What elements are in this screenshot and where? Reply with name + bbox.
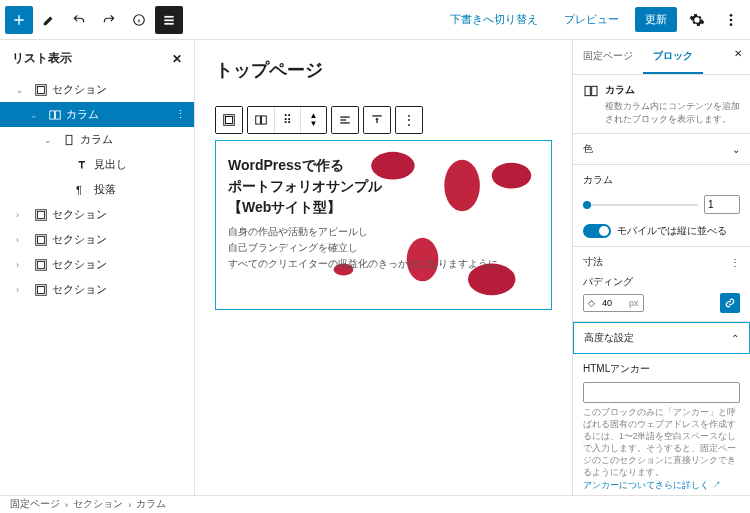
add-block-button[interactable] [5, 6, 33, 34]
vertical-align-button[interactable] [364, 107, 390, 133]
svg-point-5 [730, 18, 733, 21]
chevron-icon[interactable]: ⌄ [30, 110, 44, 120]
preview-button[interactable]: プレビュー [554, 7, 629, 32]
tree-item-label: セクション [52, 82, 107, 97]
info-button[interactable] [125, 6, 153, 34]
svg-rect-27 [372, 115, 381, 116]
move-buttons[interactable]: ▲▼ [300, 107, 326, 133]
chevron-icon[interactable]: ⌄ [16, 85, 30, 95]
top-toolbar: 下書きへ切り替え プレビュー 更新 [0, 0, 750, 40]
svg-rect-29 [592, 86, 597, 95]
breadcrumb-item[interactable]: カラム [136, 498, 166, 511]
advanced-section[interactable]: 高度な設定⌃ [573, 322, 750, 354]
list-view-title: リスト表示 [12, 50, 72, 67]
item-more-icon[interactable]: ⋮ [175, 108, 186, 121]
svg-point-4 [730, 14, 733, 17]
svg-rect-13 [38, 211, 45, 218]
svg-rect-8 [38, 86, 45, 93]
inspector-panel: 固定ページ ブロック ✕ カラム 複数カラム内にコンテンツを追加されたブロックを… [572, 40, 750, 495]
toolbar-right: 下書きへ切り替え プレビュー 更新 [440, 6, 745, 34]
breadcrumb-item[interactable]: セクション [73, 498, 123, 511]
redo-button[interactable] [95, 6, 123, 34]
tree-item-section[interactable]: ›セクション [0, 227, 194, 252]
paragraph-block: 自身の作品や活動をアピールし 自己ブランディングを確立し すべてのクリエイターの… [228, 224, 539, 272]
anchor-learn-more-link[interactable]: アンカーについてさらに詳しく ↗ [583, 479, 740, 492]
tree-item-label: セクション [52, 207, 107, 222]
settings-button[interactable] [683, 6, 711, 34]
list-view-button[interactable] [155, 6, 183, 34]
tree-item-section[interactable]: ›セクション [0, 202, 194, 227]
color-section[interactable]: 色⌄ [573, 134, 750, 165]
heading-line1: WordPressで作る [228, 155, 539, 176]
section-icon [34, 208, 48, 222]
breadcrumb-item[interactable]: 固定ページ [10, 498, 60, 511]
more-icon[interactable]: ⋮ [730, 257, 740, 268]
tree-item-section[interactable]: ›セクション [0, 277, 194, 302]
align-button[interactable] [332, 107, 358, 133]
tree-item-column[interactable]: ⌄カラム [0, 127, 194, 152]
columns-input[interactable] [704, 195, 740, 214]
svg-rect-26 [340, 122, 349, 123]
padding-sides-icon[interactable]: ◇ [584, 295, 599, 311]
tab-page[interactable]: 固定ページ [573, 40, 643, 74]
svg-rect-24 [340, 117, 349, 118]
close-icon[interactable]: ✕ [172, 52, 182, 66]
list-view-panel: リスト表示 ✕ ⌄セクション⌄カラム⋮⌄カラム見出し¶投落›セクション›セクショ… [0, 40, 195, 495]
svg-rect-2 [164, 19, 173, 21]
column-icon [62, 133, 76, 147]
svg-rect-15 [38, 236, 45, 243]
block-more-button[interactable]: ⋮ [396, 107, 422, 133]
heading-line2: ポートフォリオサンプル [228, 176, 539, 197]
padding-input[interactable] [599, 295, 625, 311]
stack-mobile-label: モバイルでは縦に並べる [617, 224, 727, 238]
stack-mobile-toggle[interactable] [583, 224, 611, 238]
edit-mode-button[interactable] [35, 6, 63, 34]
tree-item-section[interactable]: ›セクション [0, 252, 194, 277]
anchor-label: HTMLアンカー [583, 362, 740, 376]
tree-item-label: セクション [52, 232, 107, 247]
close-inspector-icon[interactable]: ✕ [726, 40, 750, 74]
tree-item-columns[interactable]: ⌄カラム⋮ [0, 102, 194, 127]
anchor-help: このブロックのみに「アンカー」と呼ばれる固有のウェブアドレスを作成するには、1〜… [583, 407, 740, 478]
update-button[interactable]: 更新 [635, 7, 677, 32]
section-icon [34, 83, 48, 97]
editor-canvas[interactable]: トップページ ⠿ ▲▼ ⋮ WordPressで作る ポートフォリオサンプル 【… [195, 40, 572, 495]
anchor-input[interactable] [583, 382, 740, 403]
tree-item-label: セクション [52, 282, 107, 297]
chevron-icon[interactable]: › [16, 285, 30, 295]
chevron-icon[interactable]: › [16, 235, 30, 245]
tree-item-paragraph[interactable]: ¶投落 [0, 177, 194, 202]
tree-item-heading[interactable]: 見出し [0, 152, 194, 177]
chevron-up-icon: ⌃ [731, 333, 739, 344]
selected-columns-block[interactable]: WordPressで作る ポートフォリオサンプル 【Webサイト型】 自身の作品… [215, 140, 552, 310]
paragraph-icon: ¶ [76, 184, 90, 196]
block-type-icon[interactable] [216, 107, 242, 133]
page-title: トップページ [215, 58, 552, 82]
tab-block[interactable]: ブロック [643, 40, 703, 74]
link-padding-icon[interactable] [720, 293, 740, 313]
svg-rect-21 [226, 117, 233, 124]
tree-item-label: 見出し [94, 157, 127, 172]
svg-rect-9 [50, 110, 55, 118]
svg-rect-23 [262, 116, 267, 124]
inspector-tabs: 固定ページ ブロック ✕ [573, 40, 750, 75]
undo-button[interactable] [65, 6, 93, 34]
tree-item-section[interactable]: ⌄セクション [0, 77, 194, 102]
padding-control[interactable]: ◇ px [583, 294, 644, 312]
columns-icon [583, 83, 599, 99]
columns-slider[interactable] [583, 204, 698, 206]
block-name: カラム [605, 83, 740, 97]
svg-rect-19 [38, 286, 45, 293]
chevron-icon[interactable]: › [16, 210, 30, 220]
chevron-icon[interactable]: › [16, 260, 30, 270]
heading-line3: 【Webサイト型】 [228, 197, 539, 218]
block-description: 複数カラム内にコンテンツを追加されたブロックを表示します。 [605, 100, 740, 125]
drag-handle-icon[interactable]: ⠿ [274, 107, 300, 133]
columns-icon[interactable] [248, 107, 274, 133]
more-options-button[interactable] [717, 6, 745, 34]
svg-rect-22 [256, 116, 261, 124]
block-info-section: カラム 複数カラム内にコンテンツを追加されたブロックを表示します。 [573, 75, 750, 134]
svg-rect-3 [164, 22, 173, 24]
chevron-icon[interactable]: ⌄ [44, 135, 58, 145]
switch-draft-button[interactable]: 下書きへ切り替え [440, 7, 548, 32]
